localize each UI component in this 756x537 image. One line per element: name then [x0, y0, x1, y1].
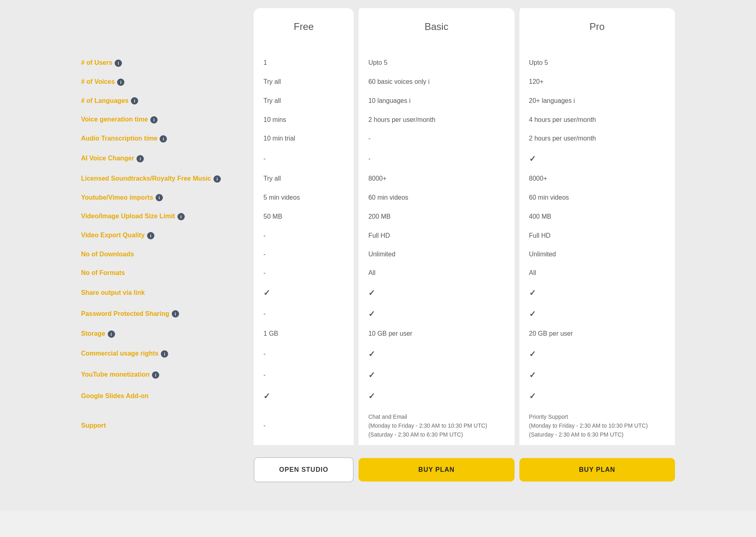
free-value: -	[254, 303, 354, 324]
basic-value: -	[354, 148, 514, 169]
feature-name-text: Voice generation time	[81, 116, 148, 123]
basic-value: ✓	[354, 343, 514, 364]
feature-row: # of LanguagesiTry all10 languages i20+ …	[81, 92, 675, 111]
free-value: 50 MB	[254, 207, 354, 226]
info-icon[interactable]: i	[573, 97, 575, 104]
feature-name-text: Video Export Quality	[81, 232, 145, 239]
info-icon[interactable]: i	[137, 155, 144, 162]
feature-row: Support-Chat and Email(Monday to Friday …	[81, 407, 675, 445]
feature-row: Share output via link✓✓✓	[81, 282, 675, 303]
feature-name-text: Support	[81, 422, 106, 429]
feature-name-text: Youtube/Vimeo imports	[81, 194, 153, 201]
feature-name-text: Google Slides Add-on	[81, 392, 149, 399]
free-value: 5 min videos	[254, 188, 354, 207]
feature-name: Video/Image Upload Size Limiti	[81, 207, 254, 226]
info-icon[interactable]: i	[409, 97, 411, 104]
plan-header-pro: Pro	[515, 8, 675, 53]
basic-value: 10 GB per user	[354, 324, 514, 343]
feature-name: Audio Transcription timei	[81, 129, 254, 148]
pro-plan-button[interactable]: BUY PLAN	[519, 458, 675, 482]
info-icon[interactable]: i	[115, 60, 122, 67]
basic-value: Chat and Email(Monday to Friday - 2:30 A…	[354, 407, 514, 445]
feature-name-text: Share output via link	[81, 289, 145, 296]
info-icon[interactable]: i	[214, 175, 221, 183]
pro-value: 60 min videos	[515, 188, 675, 207]
info-icon[interactable]: i	[117, 79, 124, 86]
pro-value: Upto 5	[515, 53, 675, 72]
pro-value: ✓	[515, 148, 675, 169]
feature-row: Google Slides Add-on✓✓✓	[81, 386, 675, 407]
pro-value: All	[515, 264, 675, 282]
feature-name-text: # of Users	[81, 59, 112, 66]
basic-value: 10 languages i	[354, 92, 514, 111]
pro-value: ✓	[515, 343, 675, 364]
checkmark: ✓	[529, 392, 536, 401]
free-value: -	[254, 148, 354, 169]
support-text: Priority Support(Monday to Friday - 2:30…	[529, 413, 648, 438]
info-icon[interactable]: i	[131, 97, 138, 104]
info-icon[interactable]: i	[156, 194, 163, 201]
feature-row: Audio Transcription timei10 min trial-2 …	[81, 129, 675, 148]
free-value: Try all	[254, 92, 354, 111]
feature-row: AI Voice Changeri--✓	[81, 148, 675, 169]
header-row: Free Basic Pro	[81, 8, 675, 53]
basic-value: -	[354, 129, 514, 148]
feature-name: No of Downloads	[81, 245, 254, 264]
free-value: ✓	[254, 282, 354, 303]
feature-name: No of Formats	[81, 264, 254, 282]
checkmark: ✓	[368, 349, 375, 358]
basic-value: Unlimited	[354, 245, 514, 264]
feature-name: # of Languagesi	[81, 92, 254, 111]
feature-name: Voice generation timei	[81, 110, 254, 129]
feature-name: Licensed Soundtracks/Royalty Free Musici	[81, 169, 254, 188]
feature-row: Video/Image Upload Size Limiti50 MB200 M…	[81, 207, 675, 226]
info-icon[interactable]: i	[150, 116, 158, 124]
basic-value: 2 hours per user/month	[354, 110, 514, 129]
plan-header-free: Free	[254, 8, 354, 53]
info-icon[interactable]: i	[147, 232, 154, 239]
checkmark: ✓	[529, 349, 536, 358]
info-icon[interactable]: i	[160, 135, 167, 143]
table-body: # of Usersi1Upto 5Upto 5# of VoicesiTry …	[81, 53, 675, 486]
feature-row: Video Export Qualityi-Full HDFull HD	[81, 226, 675, 245]
feature-name-text: Password Protected Sharing	[81, 310, 169, 317]
info-icon[interactable]: i	[177, 213, 185, 220]
feature-name-text: No of Formats	[81, 269, 125, 276]
feature-name: Google Slides Add-on	[81, 386, 254, 407]
checkmark: ✓	[529, 309, 536, 318]
basic-value: ✓	[354, 282, 514, 303]
button-cell-pro: BUY PLAN	[515, 445, 675, 486]
basic-plan-button[interactable]: BUY PLAN	[359, 458, 514, 482]
feature-name: Storagei	[81, 324, 254, 343]
pro-value: 20+ languages i	[515, 92, 675, 111]
plan-label-basic: Basic	[367, 12, 506, 41]
info-icon[interactable]: i	[172, 310, 179, 318]
feature-row: Password Protected Sharingi-✓✓	[81, 303, 675, 324]
feature-name: Commercial usage rightsi	[81, 343, 254, 364]
basic-value: 60 min videos	[354, 188, 514, 207]
feature-name-text: No of Downloads	[81, 251, 134, 258]
feature-row: Licensed Soundtracks/Royalty Free Musici…	[81, 169, 675, 188]
info-icon[interactable]: i	[108, 330, 115, 338]
pro-value: 400 MB	[515, 207, 675, 226]
pro-value: ✓	[515, 282, 675, 303]
feature-name: Share output via link	[81, 282, 254, 303]
checkmark: ✓	[529, 371, 536, 379]
basic-value: Full HD	[354, 226, 514, 245]
pro-value: Full HD	[515, 226, 675, 245]
free-value: 10 min trial	[254, 129, 354, 148]
button-row-empty	[81, 445, 254, 486]
free-value: -	[254, 407, 354, 445]
checkmark: ✓	[263, 392, 270, 401]
free-value: -	[254, 245, 354, 264]
free-value: ✓	[254, 386, 354, 407]
feature-name-text: Video/Image Upload Size Limit	[81, 213, 175, 219]
free-plan-button[interactable]: OPEN STUDIO	[254, 457, 354, 482]
info-icon[interactable]: i	[428, 78, 430, 85]
info-icon[interactable]: i	[161, 350, 168, 358]
support-text: Chat and Email(Monday to Friday - 2:30 A…	[368, 413, 487, 438]
info-icon[interactable]: i	[152, 371, 159, 379]
feature-name-text: # of Voices	[81, 78, 115, 85]
basic-value: All	[354, 264, 514, 282]
feature-row: No of Formats-AllAll	[81, 264, 675, 282]
